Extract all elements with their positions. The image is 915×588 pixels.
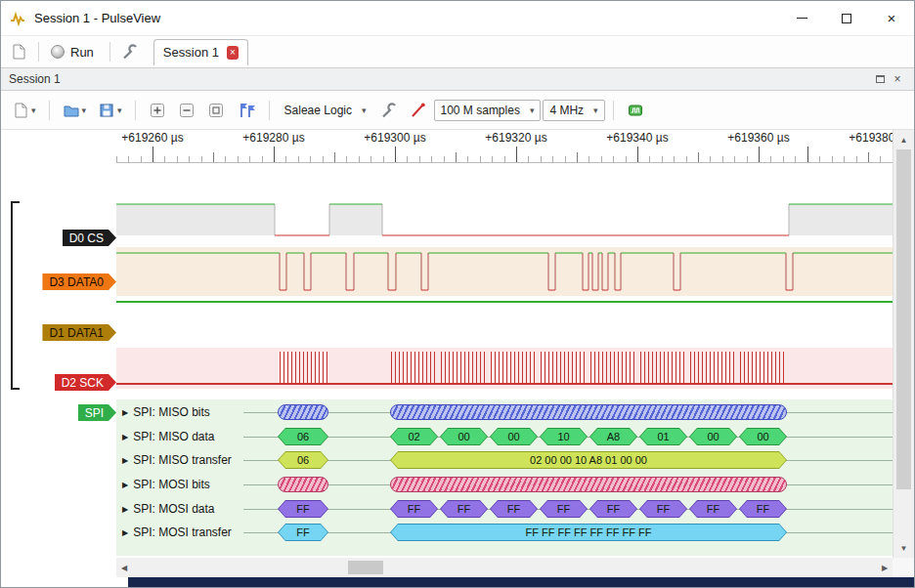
row-expand-icon[interactable]: ▶ [122,528,128,537]
scroll-up-icon: ▲ [900,136,908,145]
annotation-mosi-data[interactable]: FF [278,500,328,518]
annotation-miso-data[interactable]: 00 [440,428,488,445]
annotation-text: FF [278,524,328,541]
row-expand-icon[interactable]: ▶ [122,456,128,465]
annotation-mosi-data[interactable]: FF [490,500,538,518]
annotation-mosi-data[interactable]: FF [540,500,588,518]
new-session-button[interactable] [5,40,32,63]
horizontal-scroll-thumb[interactable] [348,561,383,574]
chevron-down-icon: ▾ [82,105,87,115]
ruler-tick-label: +619300 µs [356,131,434,145]
annotation-mosi-data[interactable]: FF [440,500,488,518]
channel-label-spi-decoder[interactable]: SPI [78,404,116,421]
annotation-miso-data[interactable]: 00 [490,428,538,445]
sck-clock-burst [740,352,785,383]
close-panel-button[interactable]: × [889,70,906,88]
zoom-fit-button[interactable] [202,99,230,122]
sample-rate-select[interactable]: 4 MHz ▾ [543,100,604,121]
channel-label-text: D1 DATA1 [49,326,104,340]
annotation-mosi-data[interactable]: FF [739,500,787,518]
configure-device-button[interactable] [375,99,403,122]
scroll-down-button[interactable]: ▼ [893,540,914,556]
annotation-text: FF [278,500,328,518]
zoom-out-button[interactable] [173,99,200,122]
float-panel-button[interactable] [871,70,889,88]
annotation-miso-bits[interactable] [390,404,787,420]
annotation-miso-bits[interactable] [278,404,328,420]
channel-label-d3-data0[interactable]: D3 DATA0 [42,273,116,290]
chevron-down-icon: ▾ [593,105,598,115]
session-tab[interactable]: Session 1 × [153,39,248,65]
channel-label-d1-data1[interactable]: D1 DATA1 [42,324,116,341]
annotation-miso-data[interactable]: 00 [689,428,737,445]
annotation-mosi-data[interactable]: FF [390,500,438,518]
row-expand-icon[interactable]: ▶ [122,481,128,489]
tab-close-icon[interactable]: × [227,46,239,60]
sck-clock-burst [491,352,536,383]
annotation-miso-data[interactable]: A8 [589,428,637,445]
channel-label-d0-cs[interactable]: D0 CS [63,230,116,246]
separator [269,101,270,120]
row-expand-icon[interactable]: ▶ [122,408,128,417]
device-select[interactable]: Saleae Logic ▾ [278,100,373,121]
decoder-row-miso-data[interactable]: ▶SPI: MISO data [122,428,215,445]
minimize-button[interactable] [779,1,824,35]
row-expand-icon[interactable]: ▶ [122,433,128,441]
channel-label-text: D2 SCK [62,376,104,390]
vertical-scrollbar[interactable]: ▲ ▼ [893,130,914,558]
ruler-tick-label: +619320 µs [477,131,555,145]
maximize-button[interactable] [824,1,869,35]
add-decoder-button[interactable] [622,99,649,122]
annotation-mosi-data[interactable]: FF [589,500,637,518]
annotation-mosi-bits[interactable] [278,477,328,492]
decoder-row-mosi-data[interactable]: ▶SPI: MOSI data [122,500,215,518]
annotation-miso-data[interactable]: 02 [390,428,438,445]
close-button[interactable]: × [869,1,914,35]
decoder-row-miso-transfer[interactable]: ▶SPI: MISO transfer [122,451,232,469]
horizontal-scrollbar[interactable]: ◀ ▶ [116,558,893,577]
show-cursors-button[interactable] [232,99,261,122]
decoder-row-label: SPI: MOSI data [133,502,214,516]
file-new-dropdown[interactable]: ▾ [7,99,41,122]
sck-clock-burst [391,352,436,383]
decoder-row-miso-bits[interactable]: ▶SPI: MISO bits [122,404,210,420]
annotation-miso-data[interactable]: 06 [278,428,328,445]
annotation-mosi-data[interactable]: FF [639,500,687,518]
session-workspace: D0 CS D3 DATA0 D1 DATA1 D2 SCK SPI +6192… [1,130,914,558]
channel-label-d2-sck[interactable]: D2 SCK [55,374,116,391]
annotation-text: 02 00 00 10 A8 01 00 00 [390,451,787,469]
annotation-miso-data[interactable]: 10 [540,428,588,445]
annotation-mosi-data[interactable]: FF [689,500,737,518]
time-ruler[interactable]: +619260 µs +619280 µs +619300 µs +619320… [116,130,893,163]
annotation-mosi-transfer[interactable]: FF FF FF FF FF FF FF FF [390,524,787,541]
row-expand-icon[interactable]: ▶ [122,505,128,514]
scroll-right-button[interactable]: ▶ [877,558,893,577]
decoder-icon [627,102,644,119]
annotation-mosi-bits[interactable] [390,477,787,492]
sample-rate-value: 4 MHz [549,104,584,117]
decoder-row-mosi-bits[interactable]: ▶SPI: MOSI bits [122,477,210,492]
annotation-miso-data[interactable]: 00 [739,428,787,445]
settings-button[interactable] [116,40,144,63]
scroll-left-button[interactable]: ◀ [116,558,132,577]
separator [109,42,110,62]
run-button[interactable]: Run [45,42,104,63]
scroll-up-button[interactable]: ▲ [893,132,914,147]
trace-canvas[interactable]: ▶SPI: MISO bits ▶SPI: MISO data ▶SPI: MI… [116,163,893,557]
zoom-in-button[interactable] [144,99,171,122]
annotation-miso-transfer[interactable]: 06 [278,451,328,469]
save-icon [98,102,115,119]
annotation-mosi-transfer[interactable]: FF [278,524,328,541]
decoder-row-mosi-transfer[interactable]: ▶SPI: MOSI transfer [122,524,232,541]
chevron-down-icon: ▾ [117,105,122,115]
annotation-miso-transfer[interactable]: 02 00 00 10 A8 01 00 00 [390,451,787,469]
sample-count-select[interactable]: 100 M samples ▾ [434,100,542,121]
file-save-dropdown[interactable]: ▾ [93,99,127,122]
file-open-dropdown[interactable]: ▾ [58,99,92,122]
d0-cs-waveform [116,202,893,237]
vertical-scroll-thumb[interactable] [896,149,911,489]
channel-group-bracket[interactable] [11,201,20,390]
configure-channels-button[interactable] [405,99,432,122]
annotation-miso-data[interactable]: 01 [639,428,687,445]
ruler-tick-label: +619340 µs [598,131,676,145]
